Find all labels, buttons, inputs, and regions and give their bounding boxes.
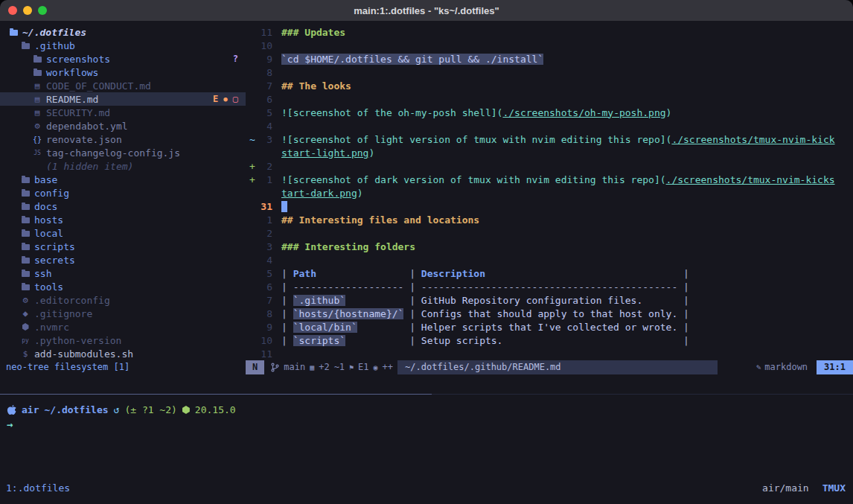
editor-line[interactable]: 8| `hosts/{hostname}/` | Configs that sh… xyxy=(246,307,853,320)
line-text: ## Interesting files and locations xyxy=(272,214,479,226)
tree-item-tag-changelog-config.js[interactable]: JStag-changelog-config.js xyxy=(0,146,246,159)
editor-line[interactable]: start-light.png) xyxy=(246,146,853,159)
shell-pane[interactable]: air ~/.dotfiles ↺ (± ?1 ~2) 20.15.0 → 1:… xyxy=(0,395,853,504)
tree-item-label: ~/.dotfiles xyxy=(22,27,86,38)
tree-item-.gitignore[interactable]: ◆.gitignore xyxy=(0,307,246,320)
tree-item--1-hidden-item-[interactable]: (1 hidden item) xyxy=(0,159,246,173)
editor-line[interactable]: 4 xyxy=(246,119,853,133)
folder-icon xyxy=(19,42,31,49)
editor-line[interactable]: 31 xyxy=(246,200,853,213)
editor-line[interactable]: 3### Interesting folders xyxy=(246,240,853,253)
tree-item-label: config xyxy=(34,188,69,199)
tree-item-renovate.json[interactable]: {}renovate.json xyxy=(0,133,246,146)
editor-line[interactable]: 1## Interesting files and locations xyxy=(246,213,853,226)
tree-item-dependabot.yml[interactable]: ⚙dependabot.yml xyxy=(0,119,246,133)
tree-item-security.md[interactable]: ▤SECURITY.md xyxy=(0,106,246,119)
tree-item-.editorconfig[interactable]: ⚙.editorconfig xyxy=(0,293,246,307)
editor-pane[interactable]: 11### Updates 10 9`cd $HOME/.dotfiles &&… xyxy=(246,21,853,360)
editor-line[interactable]: 9`cd $HOME/.dotfiles && git pull && ./in… xyxy=(246,52,853,66)
folder-icon xyxy=(19,230,31,237)
minimize-button[interactable] xyxy=(23,6,32,15)
editor-line[interactable]: 8 xyxy=(246,66,853,79)
tree-item-screenshots[interactable]: screenshots? xyxy=(0,52,246,66)
diff-added: +2 xyxy=(319,360,329,374)
gutter-sign: + xyxy=(246,161,256,172)
git-icon: ◆ xyxy=(19,308,31,319)
editor-line[interactable]: 2 xyxy=(246,226,853,240)
tree-item-secrets[interactable]: secrets xyxy=(0,253,246,267)
tree-item-.nvmrc[interactable]: .nvmrc xyxy=(0,320,246,334)
tree-item-docs[interactable]: docs xyxy=(0,200,246,213)
mode-indicator: N xyxy=(246,360,264,374)
editor-line[interactable]: 7| `.github` | GitHub Repository configu… xyxy=(246,293,853,307)
line-text: | Path | Description | xyxy=(272,268,689,279)
line-number: 6 xyxy=(256,281,272,293)
apple-icon xyxy=(7,404,16,415)
line-text: | ------------------- | ----------------… xyxy=(272,281,689,293)
editor-line[interactable]: +1![screenshot of dark version of tmux w… xyxy=(246,173,853,186)
tree-item-config[interactable]: config xyxy=(0,186,246,200)
gutter-sign xyxy=(246,228,256,239)
editor-line[interactable]: 9| `local/bin` | Helper scripts that I'v… xyxy=(246,320,853,334)
line-number: 3 xyxy=(256,134,272,145)
tree-item-label: add-submodules.sh xyxy=(34,348,133,360)
prompt-git-status: (± ?1 ~2) xyxy=(124,404,176,415)
git-status-badge: ▢ xyxy=(233,94,238,104)
editor-buffer: 11### Updates 10 9`cd $HOME/.dotfiles &&… xyxy=(246,25,853,360)
editor-line[interactable]: 10 xyxy=(246,39,853,52)
tree-item-readme.md[interactable]: ▤README.mdE●▢ xyxy=(0,92,246,106)
tree-item-add-submodules.sh[interactable]: $add-submodules.sh xyxy=(0,347,246,360)
zoom-button[interactable] xyxy=(38,6,47,15)
tree-item-code-of-conduct.md[interactable]: ▤CODE_OF_CONDUCT.md xyxy=(0,79,246,92)
gutter-sign xyxy=(246,335,256,346)
line-number: 11 xyxy=(256,348,272,360)
close-button[interactable] xyxy=(8,6,17,15)
editor-line[interactable]: tart-dark.png) xyxy=(246,186,853,200)
line-number: 8 xyxy=(256,67,272,78)
line-number: 9 xyxy=(256,322,272,333)
cursor-position: 31:1 xyxy=(817,360,853,374)
editor-line[interactable]: +2 xyxy=(246,159,853,173)
tmux-window-name[interactable]: 1:.dotfiles xyxy=(6,482,70,494)
editor-line[interactable]: 10| `scripts` | Setup scripts. | xyxy=(246,334,853,347)
tree-item-local[interactable]: local xyxy=(0,226,246,240)
editor-line[interactable]: 5![screenshot of the oh-my-posh shell](.… xyxy=(246,106,853,119)
editor-line[interactable]: 6 xyxy=(246,92,853,106)
prompt-host: air xyxy=(22,404,39,415)
tree-item-ssh[interactable]: ssh xyxy=(0,267,246,280)
editor-line[interactable]: 11### Updates xyxy=(246,25,853,39)
line-text: ## The looks xyxy=(272,80,351,92)
editor-line[interactable]: 6| ------------------- | ---------------… xyxy=(246,280,853,293)
tree-item-label: (1 hidden item) xyxy=(46,161,133,172)
tree-item-~-.dotfiles[interactable]: ~/.dotfiles xyxy=(0,25,246,39)
editor-line[interactable]: ~3![screenshot of light version of tmux … xyxy=(246,133,853,146)
line-text: ![screenshot of the oh-my-posh shell](./… xyxy=(272,107,671,118)
tree-item-.python-version[interactable]: py.python-version xyxy=(0,334,246,347)
gutter-sign xyxy=(246,27,256,38)
gutter-sign xyxy=(246,147,256,159)
editor-line[interactable]: 7## The looks xyxy=(246,79,853,92)
tree-item-hosts[interactable]: hosts xyxy=(0,213,246,226)
tree-item-workflows[interactable]: workflows xyxy=(0,66,246,79)
markdown-icon: ▤ xyxy=(31,81,43,91)
folder-icon xyxy=(19,243,31,250)
sync-icon: ↺ xyxy=(114,404,120,415)
git-status-badge: E xyxy=(213,94,218,104)
tree-item-tools[interactable]: tools xyxy=(0,280,246,293)
shell-icon: $ xyxy=(19,349,31,359)
tree-item-label: .python-version xyxy=(34,335,121,346)
titlebar[interactable]: main:1:.dotfiles - "ks~/.dotfiles" xyxy=(0,0,853,21)
tree-item-label: secrets xyxy=(34,255,75,266)
gear-icon: ⚙ xyxy=(19,295,31,305)
tree-item-scripts[interactable]: scripts xyxy=(0,240,246,253)
editor-line[interactable]: 4 xyxy=(246,253,853,267)
gutter-sign xyxy=(246,241,256,252)
tree-item-base[interactable]: base xyxy=(0,173,246,186)
tree-item-label: scripts xyxy=(34,241,75,252)
git-branch-icon xyxy=(271,363,279,372)
line-text: | `.github` | GitHub Repository configur… xyxy=(272,295,689,306)
editor-line[interactable]: 5| Path | Description | xyxy=(246,267,853,280)
tree-item-.github[interactable]: .github xyxy=(0,39,246,52)
editor-line[interactable]: 11 xyxy=(246,347,853,360)
line-number: 7 xyxy=(256,295,272,306)
